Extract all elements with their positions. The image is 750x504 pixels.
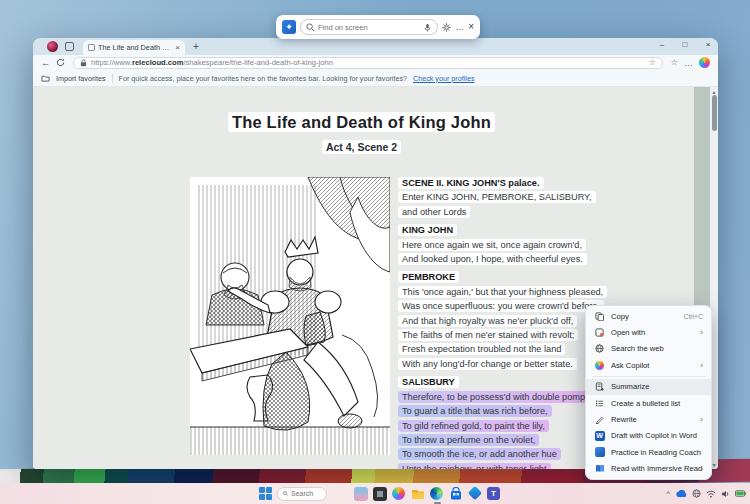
- wifi-icon[interactable]: [706, 490, 716, 498]
- lock-icon[interactable]: [80, 59, 87, 67]
- favorites-hint: For quick access, place your favorites h…: [119, 74, 407, 83]
- address-bar[interactable]: https://www.relecloud.com/shakespeare/th…: [73, 57, 663, 69]
- context-menu: Copy Ctrl+C Open with › Search the web A…: [585, 305, 712, 480]
- copy-icon: [594, 311, 605, 322]
- king-john-engraving-image: [190, 177, 390, 455]
- find-more-options-button[interactable]: …: [455, 22, 464, 32]
- speaker-heading: KING JOHN: [398, 224, 457, 236]
- globe-icon: [594, 343, 605, 354]
- network-globe-icon[interactable]: [692, 489, 701, 498]
- click-to-do-icon[interactable]: [282, 20, 296, 34]
- find-on-screen-field[interactable]: [300, 19, 438, 35]
- microsoft-store-icon[interactable]: [449, 487, 463, 501]
- menu-item-draft-with-copilot-in-word[interactable]: W Draft with Copilot in Word: [586, 428, 711, 444]
- tab-title: The Life and Death of King John: [98, 43, 172, 52]
- maximize-button[interactable]: □: [679, 40, 691, 49]
- url-text: https://www.relecloud.com/shakespeare/th…: [91, 58, 645, 67]
- menu-item-ask-copilot[interactable]: Ask Copilot ›: [586, 357, 711, 373]
- scene-heading: SCENE II. KING JOHN'S palace.: [398, 177, 544, 189]
- minimize-button[interactable]: –: [656, 40, 668, 49]
- immersive-reader-icon: [594, 463, 605, 474]
- speaker-heading: PEMBROKE: [398, 271, 459, 283]
- menu-item-rewrite[interactable]: Rewrite ›: [586, 411, 711, 427]
- reading-coach-icon: [594, 447, 605, 458]
- settings-gear-icon[interactable]: [442, 23, 451, 32]
- widgets-icon[interactable]: [354, 487, 368, 501]
- king-john-block: KING JOHN Here once again we sit, once a…: [398, 222, 633, 265]
- copilot-icon[interactable]: [392, 487, 406, 501]
- add-favorite-star-icon[interactable]: ☆: [649, 58, 656, 67]
- page-subtitle: Act 4, Scene 2: [33, 137, 690, 155]
- bulleted-list-icon: [594, 398, 605, 409]
- find-close-button[interactable]: ×: [468, 22, 474, 32]
- menu-item-create-bulleted-list[interactable]: Create a bulleted list: [586, 395, 711, 411]
- file-explorer-icon[interactable]: [411, 487, 425, 501]
- import-favorites-button[interactable]: Import favorites: [56, 74, 106, 83]
- scroll-up-arrow[interactable]: ▴: [710, 88, 718, 95]
- menu-separator: [592, 376, 705, 377]
- favorites-hub-icon[interactable]: ☆: [671, 58, 678, 67]
- check-your-profiles-link[interactable]: Check your profiles: [413, 74, 475, 83]
- page-title: The Life and Death of King John: [33, 113, 690, 132]
- find-on-screen-input[interactable]: [318, 23, 420, 32]
- edge-icon[interactable]: [430, 487, 444, 501]
- new-tab-button[interactable]: +: [193, 41, 199, 52]
- scrollbar-thumb[interactable]: [712, 95, 717, 131]
- copilot-icon[interactable]: [699, 57, 710, 68]
- speaker-heading: SALISBURY: [398, 376, 459, 388]
- back-button[interactable]: ←: [41, 58, 50, 68]
- rewrite-icon: [594, 414, 605, 425]
- tab-close-icon[interactable]: ×: [175, 43, 180, 52]
- onedrive-icon[interactable]: [675, 490, 687, 498]
- taskbar-search[interactable]: [277, 487, 327, 501]
- tab-favicon: [88, 44, 95, 51]
- refresh-button[interactable]: [56, 58, 65, 67]
- menu-item-copy[interactable]: Copy Ctrl+C: [586, 308, 711, 324]
- volume-icon[interactable]: [721, 490, 730, 498]
- open-with-icon: [594, 327, 605, 338]
- tab-strip: The Life and Death of King John × + – □ …: [33, 38, 718, 55]
- m365-copilot-icon[interactable]: [468, 487, 482, 501]
- search-icon: [306, 23, 315, 32]
- taskbar: T ^: [0, 483, 750, 504]
- profile-avatar[interactable]: [47, 41, 58, 52]
- menu-item-summarize[interactable]: Summarize: [586, 379, 711, 395]
- battery-icon[interactable]: [735, 490, 746, 497]
- scene-block: SCENE II. KING JOHN'S palace. Enter KING…: [398, 175, 633, 218]
- desktop: … × The Life and Death of King John × + …: [0, 0, 750, 504]
- find-on-screen-widget: … ×: [276, 15, 480, 39]
- microphone-icon[interactable]: [423, 23, 432, 32]
- browser-toolbar: ← https://www.relecloud.com/shakespeare/…: [33, 55, 718, 70]
- system-tray: ^: [666, 483, 746, 504]
- menu-item-practice-in-reading-coach[interactable]: Practice in Reading Coach: [586, 444, 711, 460]
- start-button[interactable]: [259, 487, 273, 501]
- import-favorites-icon: [41, 74, 50, 82]
- menu-item-read-with-immersive-reader[interactable]: Read with Immersive Reader: [586, 461, 711, 477]
- menu-item-search-the-web[interactable]: Search the web: [586, 341, 711, 357]
- summarize-icon: [594, 381, 605, 392]
- tray-chevron-up-icon[interactable]: ^: [666, 489, 670, 498]
- taskbar-search-input[interactable]: [291, 490, 321, 497]
- search-icon: [283, 490, 288, 497]
- word-icon: W: [594, 430, 605, 441]
- copilot-icon: [594, 360, 605, 371]
- tab-actions-menu-icon[interactable]: [65, 42, 74, 51]
- close-button[interactable]: ×: [702, 40, 714, 49]
- browser-more-options-button[interactable]: …: [684, 58, 693, 68]
- tab-king-john[interactable]: The Life and Death of King John ×: [83, 40, 185, 55]
- favorites-bar: Import favorites For quick access, place…: [33, 70, 718, 87]
- dark-app-icon[interactable]: [373, 487, 387, 501]
- teams-icon[interactable]: T: [487, 487, 501, 501]
- menu-item-open-with[interactable]: Open with ›: [586, 324, 711, 340]
